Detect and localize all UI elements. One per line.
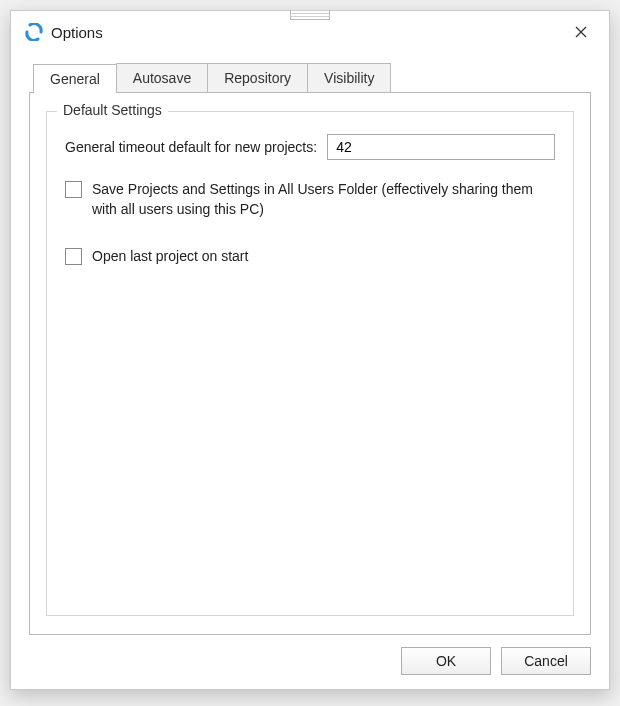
tab-repository[interactable]: Repository [207, 63, 308, 92]
tab-panel-general: Default Settings General timeout default… [29, 92, 591, 635]
save-all-users-label: Save Projects and Settings in All Users … [92, 180, 545, 219]
window-title: Options [51, 24, 563, 41]
tab-visibility[interactable]: Visibility [307, 63, 391, 92]
group-legend: Default Settings [57, 102, 168, 118]
timeout-input[interactable] [327, 134, 555, 160]
default-settings-group: Default Settings General timeout default… [46, 111, 574, 616]
tab-autosave[interactable]: Autosave [116, 63, 208, 92]
drag-handle-icon[interactable] [290, 10, 330, 20]
tab-strip: General Autosave Repository Visibility [33, 63, 591, 92]
tab-general[interactable]: General [33, 64, 117, 93]
timeout-label: General timeout default for new projects… [65, 139, 317, 155]
options-app-icon [25, 23, 43, 41]
dialog-body: General Autosave Repository Visibility D… [11, 53, 609, 689]
open-last-project-checkbox[interactable] [65, 248, 82, 265]
save-all-users-checkbox[interactable] [65, 181, 82, 198]
options-dialog: Options General Autosave Repository Visi… [10, 10, 610, 690]
open-last-project-label: Open last project on start [92, 247, 248, 267]
ok-button[interactable]: OK [401, 647, 491, 675]
save-all-users-row: Save Projects and Settings in All Users … [65, 180, 555, 219]
timeout-row: General timeout default for new projects… [65, 134, 555, 160]
cancel-button[interactable]: Cancel [501, 647, 591, 675]
open-last-project-row: Open last project on start [65, 247, 555, 267]
dialog-footer: OK Cancel [29, 635, 591, 675]
close-button[interactable] [563, 18, 599, 46]
close-icon [575, 26, 587, 38]
